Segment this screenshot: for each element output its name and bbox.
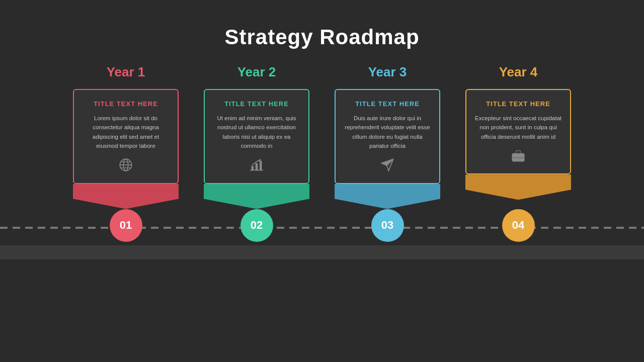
svg-rect-5 [252, 166, 254, 170]
chevron-wrap-4 [465, 174, 571, 200]
chevron-wrap-2 [204, 184, 309, 209]
card-title-2: TITLE TEXT HERE [213, 100, 300, 108]
card-4: TITLE TEXT HERE Excepteur sint occaecat … [465, 89, 571, 174]
card-title-1: TITLE TEXT HERE [82, 100, 170, 108]
card-1: TITLE TEXT HERE Lorem ipsum dolor sit do… [73, 89, 179, 184]
road-strip [0, 245, 644, 259]
year-label-4: Year 4 [499, 64, 538, 80]
circles-row: 01 02 03 04 [0, 209, 644, 242]
card-title-4: TITLE TEXT HERE [474, 100, 562, 108]
page-title: Strategy Roadmap [224, 25, 419, 49]
circle-col-4: 04 [463, 209, 574, 242]
chevron-2 [204, 184, 309, 209]
card-text-3: Duis aute irure dolor qui in reprehender… [344, 114, 431, 151]
chevron-1 [73, 184, 179, 209]
circle-col-3: 03 [332, 209, 443, 242]
briefcase-icon [474, 148, 562, 165]
year-label-2: Year 2 [237, 64, 276, 80]
chevron-wrap-1 [73, 184, 179, 209]
timeline-section: 01 02 03 04 [0, 209, 644, 259]
column-1: Year 1 TITLE TEXT HERE Lorem ipsum dolor… [70, 64, 181, 209]
timeline-number-3: 03 [371, 209, 404, 242]
card-title-3: TITLE TEXT HERE [344, 100, 431, 108]
circle-col-1: 01 [70, 209, 181, 242]
globe-icon [82, 158, 170, 175]
chevron-4 [465, 174, 571, 200]
chevron-wrap-3 [335, 184, 440, 209]
roadmap-container: Year 1 TITLE TEXT HERE Lorem ipsum dolor… [0, 64, 644, 209]
timeline-number-2: 02 [240, 209, 273, 242]
column-2: Year 2 TITLE TEXT HERE Ut enim ad minim … [201, 64, 312, 209]
card-3: TITLE TEXT HERE Duis aute irure dolor qu… [335, 89, 440, 184]
send-icon [344, 158, 431, 175]
column-4: Year 4 TITLE TEXT HERE Excepteur sint oc… [463, 64, 574, 200]
svg-rect-6 [256, 163, 258, 170]
column-3: Year 3 TITLE TEXT HERE Duis aute irure d… [332, 64, 443, 209]
timeline-number-1: 01 [110, 209, 142, 242]
circle-col-2: 02 [201, 209, 312, 242]
chart-icon [213, 158, 300, 175]
card-text-4: Excepteur sint occaecat cupidatat non pr… [474, 114, 562, 141]
year-label-3: Year 3 [368, 64, 407, 80]
year-label-1: Year 1 [107, 64, 145, 80]
timeline-number-4: 04 [502, 209, 535, 242]
card-text-1: Lorem ipsum dolor sit do consectetur ali… [82, 114, 170, 151]
card-2: TITLE TEXT HERE Ut enim ad minim veniam,… [204, 89, 309, 184]
card-text-2: Ut enim ad minim veniam, quis nostrud ut… [213, 114, 300, 151]
svg-rect-7 [260, 160, 262, 170]
chevron-3 [335, 184, 440, 209]
